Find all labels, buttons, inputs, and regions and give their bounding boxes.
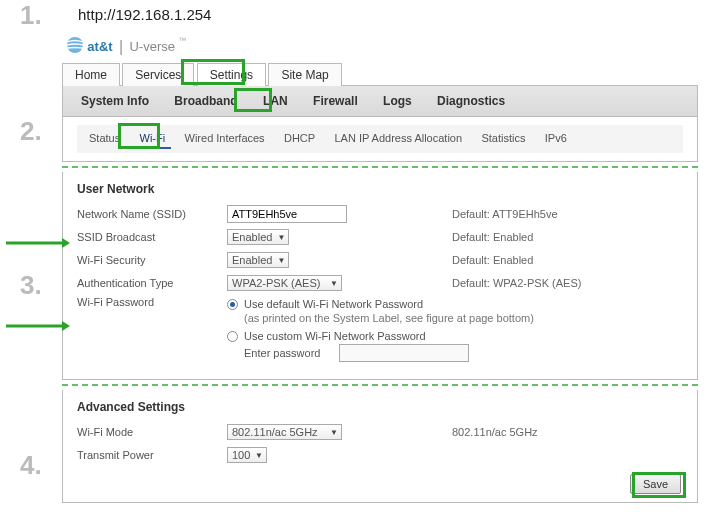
terttab-lanip[interactable]: LAN IP Address Allocation xyxy=(328,129,468,147)
transmit-power-select[interactable]: 100 xyxy=(227,447,267,463)
att-globe-icon xyxy=(66,36,84,57)
wifi-mode-select[interactable]: 802.11n/ac 5GHz xyxy=(227,424,342,440)
brand-tm: ™ xyxy=(178,36,186,45)
radio-custom-password-label: Use custom Wi-Fi Network Password xyxy=(244,330,426,342)
subtab-diagnostics[interactable]: Diagnostics xyxy=(429,92,513,110)
enter-password-input[interactable] xyxy=(339,344,469,362)
subtab-firewall[interactable]: Firewall xyxy=(305,92,366,110)
subtab-logs[interactable]: Logs xyxy=(375,92,420,110)
brand-divider: | xyxy=(116,38,126,55)
auth-default: Default: WPA2-PSK (AES) xyxy=(452,277,683,289)
user-network-section: User Network Network Name (SSID) Default… xyxy=(62,172,698,380)
arrow-ssid xyxy=(6,237,70,249)
step-2-label: 2. xyxy=(20,116,42,147)
ssid-label: Network Name (SSID) xyxy=(77,208,227,220)
security-label: Wi-Fi Security xyxy=(77,254,227,266)
security-select[interactable]: Enabled xyxy=(227,252,289,268)
subtab-broadband[interactable]: Broadband xyxy=(166,92,245,110)
terttab-wifi[interactable]: Wi-Fi xyxy=(134,129,172,149)
ssid-input[interactable] xyxy=(227,205,347,223)
password-hint: (as printed on the System Label, see fig… xyxy=(244,312,683,324)
brand-logo-row: at&t | U-verse ™ xyxy=(62,32,698,62)
brand-att-text: at&t xyxy=(87,39,112,54)
subtab-lan[interactable]: LAN xyxy=(255,92,296,110)
tab-settings[interactable]: Settings xyxy=(197,63,266,86)
address-bar-url: http://192.168.1.254 xyxy=(78,6,211,23)
wifi-mode-label: Wi-Fi Mode xyxy=(77,426,227,438)
auth-select[interactable]: WPA2-PSK (AES) xyxy=(227,275,342,291)
terttab-status[interactable]: Status xyxy=(83,129,126,147)
auth-label: Authentication Type xyxy=(77,277,227,289)
enter-password-label: Enter password xyxy=(244,347,339,359)
separator-2 xyxy=(62,384,698,386)
terttab-ipv6[interactable]: IPv6 xyxy=(539,129,573,147)
password-label: Wi-Fi Password xyxy=(77,296,227,308)
tertiary-tab-wrap: Status Wi-Fi Wired Interfaces DHCP LAN I… xyxy=(62,117,698,162)
step-1-label: 1. xyxy=(20,0,42,31)
step-4-label: 4. xyxy=(20,450,42,481)
tab-home[interactable]: Home xyxy=(62,63,120,86)
radio-custom-password[interactable] xyxy=(227,331,238,342)
advanced-title: Advanced Settings xyxy=(77,400,683,414)
save-button[interactable]: Save xyxy=(630,474,681,494)
separator-1 xyxy=(62,166,698,168)
main-tab-bar: Home Services Settings Site Map xyxy=(62,62,698,86)
user-network-title: User Network xyxy=(77,182,683,196)
tab-sitemap[interactable]: Site Map xyxy=(268,63,341,86)
sub-tab-bar: System Info Broadband LAN Firewall Logs … xyxy=(62,86,698,117)
broadcast-default: Default: Enabled xyxy=(452,231,683,243)
broadcast-select[interactable]: Enabled xyxy=(227,229,289,245)
ssid-default: Default: ATT9EHh5ve xyxy=(452,208,683,220)
step-3-label: 3. xyxy=(20,270,42,301)
wifi-mode-right: 802.11n/ac 5GHz xyxy=(452,426,683,438)
radio-default-password-label: Use default Wi-Fi Network Password xyxy=(244,298,423,310)
brand-uverse-text: U-verse xyxy=(129,39,175,54)
terttab-dhcp[interactable]: DHCP xyxy=(278,129,321,147)
terttab-statistics[interactable]: Statistics xyxy=(475,129,531,147)
radio-default-password[interactable] xyxy=(227,299,238,310)
transmit-power-label: Transmit Power xyxy=(77,449,227,461)
security-default: Default: Enabled xyxy=(452,254,683,266)
tab-services[interactable]: Services xyxy=(122,63,194,86)
terttab-wired[interactable]: Wired Interfaces xyxy=(179,129,271,147)
advanced-settings-section: Advanced Settings Wi-Fi Mode 802.11n/ac … xyxy=(62,390,698,503)
broadcast-label: SSID Broadcast xyxy=(77,231,227,243)
arrow-password xyxy=(6,320,70,332)
subtab-system-info[interactable]: System Info xyxy=(73,92,157,110)
